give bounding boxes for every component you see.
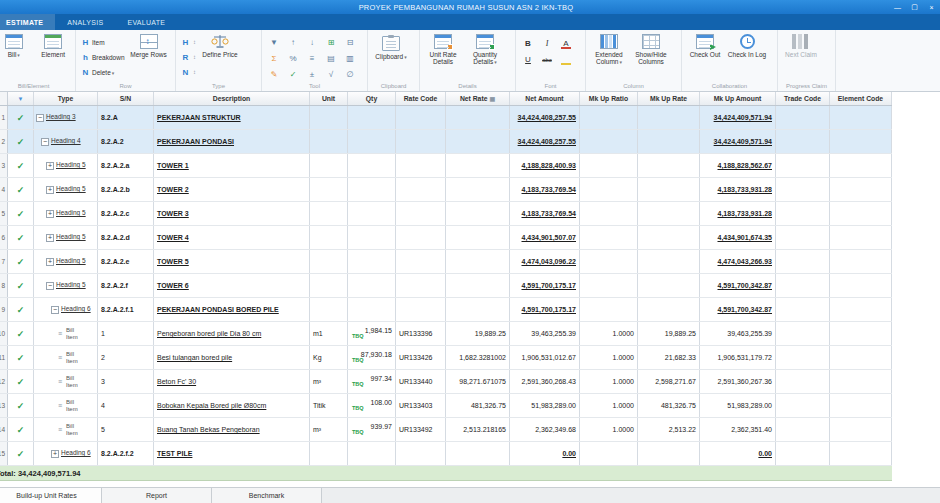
td-net-amount[interactable]: 4,183,733,769.54	[510, 178, 580, 201]
td-rate-code[interactable]	[396, 298, 446, 321]
td-unit[interactable]: m1	[310, 322, 348, 345]
td-num[interactable]: 8	[0, 274, 8, 297]
td-element-code[interactable]	[830, 250, 892, 273]
td-desc[interactable]: TOWER 2	[154, 178, 310, 201]
expand-all-icon[interactable]: ⊞	[322, 35, 340, 50]
table-row[interactable]: 12 ✓ ≡Bill Item 3 Beton Fc' 30 m³ 997.34…	[0, 370, 892, 394]
td-sn[interactable]: 8.2.A	[98, 106, 154, 129]
list-icon[interactable]: ≡	[303, 51, 321, 66]
td-mkup-amount[interactable]: 4,183,733,931.28	[700, 202, 776, 225]
td-num[interactable]: 10	[0, 322, 8, 345]
td-mkup-amount[interactable]: 4,183,733,931.28	[700, 178, 776, 201]
td-mkup-rate[interactable]	[638, 202, 700, 225]
td-desc[interactable]: Pengeboran bored pile Dia 80 cm	[154, 322, 310, 345]
expander-icon[interactable]: +	[51, 450, 59, 458]
italic-button[interactable]: I	[538, 36, 556, 51]
td-qty[interactable]	[348, 250, 396, 273]
td-num[interactable]: 13	[0, 394, 8, 417]
td-type[interactable]: ≡Bill Item	[34, 418, 98, 441]
td-num[interactable]: 4	[0, 178, 8, 201]
td-qty[interactable]	[348, 154, 396, 177]
td-net-amount[interactable]: 34,424,408,257.55	[510, 106, 580, 129]
td-net-amount[interactable]: 4,183,733,769.54	[510, 202, 580, 225]
td-net-rate[interactable]	[446, 226, 510, 249]
td-mkup-rate[interactable]	[638, 298, 700, 321]
table-row[interactable]: 8 ✓ −Heading 5 8.2.A.2.f TOWER 6 4,591,7…	[0, 274, 892, 298]
td-net-rate[interactable]	[446, 442, 510, 465]
sort-up-icon[interactable]: ↑	[284, 35, 302, 50]
expander-icon[interactable]: −	[41, 138, 49, 146]
td-mkup-amount[interactable]: 34,424,409,571.94	[700, 106, 776, 129]
sum-icon[interactable]: Σ	[265, 51, 283, 66]
td-num[interactable]: 11	[0, 346, 8, 369]
td-element-code[interactable]	[830, 154, 892, 177]
td-desc[interactable]: TOWER 6	[154, 274, 310, 297]
td-qty[interactable]	[348, 130, 396, 153]
td-element-code[interactable]	[830, 178, 892, 201]
percent-icon[interactable]: %	[284, 51, 302, 66]
expander-icon[interactable]: −	[51, 306, 59, 314]
rows-icon[interactable]: ▤	[322, 51, 340, 66]
td-num[interactable]: 3	[0, 154, 8, 177]
table-row[interactable]: 7 ✓ +Heading 5 8.2.A.2.e TOWER 5 4,474,0…	[0, 250, 892, 274]
td-trade-code[interactable]	[776, 394, 830, 417]
td-mkup-ratio[interactable]	[580, 154, 638, 177]
td-mkup-rate[interactable]	[638, 250, 700, 273]
td-net-rate[interactable]	[446, 274, 510, 297]
td-sn[interactable]: 8.2.A.2.b	[98, 178, 154, 201]
td-trade-code[interactable]	[776, 322, 830, 345]
td-mkup-amount[interactable]: 51,983,289.00	[700, 394, 776, 417]
td-qty[interactable]	[348, 274, 396, 297]
td-num[interactable]: 14	[0, 418, 8, 441]
td-unit[interactable]	[310, 442, 348, 465]
td-unit[interactable]	[310, 274, 348, 297]
td-rate-code[interactable]	[396, 154, 446, 177]
td-trade-code[interactable]	[776, 346, 830, 369]
expander-icon[interactable]: +	[46, 210, 54, 218]
td-type[interactable]: −Heading 5	[34, 274, 98, 297]
td-sn[interactable]: 8.2.A.2.d	[98, 226, 154, 249]
td-element-code[interactable]	[830, 370, 892, 393]
td-net-rate[interactable]: 481,326.75	[446, 394, 510, 417]
header-rate-code[interactable]: Rate Code	[396, 92, 446, 105]
td-rate-code[interactable]	[396, 202, 446, 225]
td-net-amount[interactable]: 39,463,255.39	[510, 322, 580, 345]
td-trade-code[interactable]	[776, 106, 830, 129]
td-sn[interactable]: 3	[98, 370, 154, 393]
columns-icon[interactable]: ▥	[341, 51, 359, 66]
header-mkup-rate[interactable]: Mk Up Rate	[638, 92, 700, 105]
td-net-amount[interactable]: 2,591,360,268.43	[510, 370, 580, 393]
td-element-code[interactable]	[830, 130, 892, 153]
tab-estimate[interactable]: ESTIMATE	[0, 14, 55, 30]
td-unit[interactable]	[310, 298, 348, 321]
define-price-button[interactable]: Define Price	[200, 31, 240, 81]
td-element-code[interactable]	[830, 322, 892, 345]
clipboard-button[interactable]: Clipboard	[371, 31, 411, 81]
td-element-code[interactable]	[830, 346, 892, 369]
td-desc[interactable]: Bobokan Kepala Bored pile Ø80cm	[154, 394, 310, 417]
td-mkup-rate[interactable]: 2,598,271.67	[638, 370, 700, 393]
td-mkup-rate[interactable]	[638, 106, 700, 129]
td-desc[interactable]: PEKERJAAN STRUKTUR	[154, 106, 310, 129]
td-qty[interactable]	[348, 202, 396, 225]
td-mkup-ratio[interactable]	[580, 442, 638, 465]
tab-benchmark[interactable]: Benchmark	[212, 488, 322, 503]
td-qty[interactable]: 108.00TBQ	[348, 394, 396, 417]
strikethrough-button[interactable]: abc	[538, 52, 556, 67]
td-element-code[interactable]	[830, 274, 892, 297]
table-row[interactable]: 14 ✓ ≡Bill Item 5 Buang Tanah Bekas Peng…	[0, 418, 892, 442]
td-unit[interactable]: Titik	[310, 394, 348, 417]
sort-down-icon[interactable]: ↓	[303, 35, 321, 50]
td-mkup-ratio[interactable]	[580, 178, 638, 201]
td-unit[interactable]	[310, 154, 348, 177]
expander-icon[interactable]: −	[36, 114, 44, 122]
td-sn[interactable]: 8.2.A.2	[98, 130, 154, 153]
highlight-button[interactable]	[557, 52, 575, 67]
close-button[interactable]: ×	[923, 0, 940, 14]
td-element-code[interactable]	[830, 442, 892, 465]
td-trade-code[interactable]	[776, 154, 830, 177]
td-element-code[interactable]	[830, 202, 892, 225]
td-sn[interactable]: 8.2.A.2.f.2	[98, 442, 154, 465]
td-net-rate[interactable]: 2,513.218165	[446, 418, 510, 441]
td-net-amount[interactable]: 0.00	[510, 442, 580, 465]
